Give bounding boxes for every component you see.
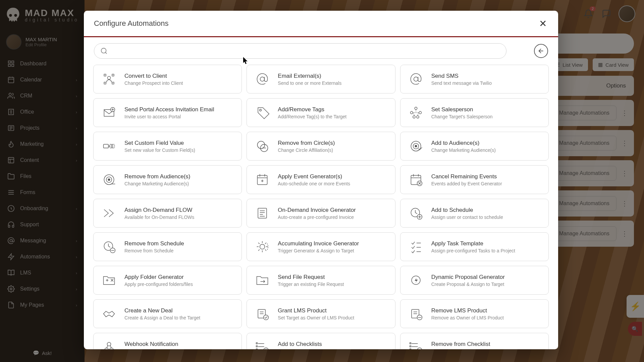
card-desc: Remove as Owner of LMS Product: [431, 315, 504, 320]
automation-card-lms-grant[interactable]: Grant LMS ProductSet Target as Owner of …: [247, 299, 395, 328]
automation-card-clock-plus[interactable]: Add to ScheduleAssign user or contact to…: [400, 199, 549, 228]
nodes-icon: [408, 105, 424, 121]
cal-x-icon: [408, 172, 424, 188]
card-desc: Change Marketing Audience(s): [431, 147, 496, 153]
at-icon: [408, 71, 424, 87]
card-title: Add to Checklists: [278, 341, 332, 348]
search-input[interactable]: [94, 43, 506, 59]
card-title: Apply Folder Generator: [124, 274, 193, 281]
card-title: Cancel Remaining Events: [431, 173, 502, 180]
automation-card-lms-remove[interactable]: Remove LMS ProductRemove as Owner of LMS…: [400, 299, 549, 328]
automation-card-folder-gen[interactable]: Apply Folder GeneratorApply pre-configur…: [93, 266, 242, 295]
automation-card-target-minus[interactable]: Remove from Audience(s)Change Marketing …: [93, 165, 242, 194]
svg-rect-28: [110, 144, 115, 148]
automation-card-nodes[interactable]: Set SalespersonChange Target's Salespers…: [400, 98, 549, 127]
svg-rect-14: [112, 74, 114, 76]
automation-card-flow[interactable]: Assign On-Demand FLOWAvailable for On-De…: [93, 199, 242, 228]
automation-card-circle-minus[interactable]: Remove from Circle(s)Change Circle Affil…: [247, 132, 395, 161]
card-title: Remove from Audience(s): [124, 173, 191, 180]
webhook-icon: [101, 339, 117, 349]
automation-card-cal-x[interactable]: Cancel Remaining EventsEvents added by E…: [400, 165, 549, 194]
search-icon: [100, 47, 108, 55]
svg-rect-16: [112, 82, 114, 84]
card-title: Add to Audience(s): [431, 140, 496, 146]
modal-body: Convert to ClientChange Prospect into Cl…: [84, 65, 558, 349]
card-desc: Trigger an existing File Request: [278, 282, 344, 287]
automation-card-check-add[interactable]: Add to ChecklistsAssign Target to Checkl…: [247, 333, 395, 349]
card-title: Convert to Client: [124, 73, 183, 79]
card-title: Dynamic Proposal Generator: [431, 274, 505, 281]
card-title: Webhook Notification: [124, 341, 192, 348]
svg-rect-55: [256, 346, 258, 347]
automation-card-check-remove[interactable]: Remove from ChecklistRemove Target from …: [400, 333, 549, 349]
svg-point-17: [107, 76, 110, 79]
card-title: Send Portal Access Invitation Email: [124, 106, 214, 113]
card-title: Add/Remove Tags: [278, 106, 346, 113]
card-desc: Trigger Generator & Assign to Target: [278, 248, 359, 253]
automation-card-handshake[interactable]: Create a New DealCreate & Assign a Deal …: [93, 299, 242, 328]
automation-card-folder-send[interactable]: Send File RequestTrigger an existing Fil…: [247, 266, 395, 295]
automation-card-tag[interactable]: Add/Remove TagsAdd/Remove Tag(s) to the …: [247, 98, 395, 127]
clock-plus-icon: [408, 205, 424, 221]
check-remove-icon: [408, 339, 424, 349]
folder-gen-icon: [101, 272, 117, 288]
svg-point-21: [260, 109, 262, 111]
folder-send-icon: [254, 272, 270, 288]
automation-card-at[interactable]: Send SMSSend text message via Twilio: [400, 65, 549, 94]
automation-card-convert[interactable]: Convert to ClientChange Prospect into Cl…: [93, 65, 242, 94]
card-desc: Send text message via Twilio: [431, 80, 492, 86]
cal-plus-icon: [254, 172, 270, 188]
convert-icon: [101, 71, 117, 87]
svg-point-45: [260, 244, 265, 249]
automation-card-gear-loop[interactable]: Accumulating Invoice GeneratorTrigger Ge…: [247, 232, 395, 261]
target-check-icon: [408, 138, 424, 154]
card-desc: Apply pre-configured folders/files: [124, 282, 193, 287]
card-desc: Assign user or contact to schedule: [431, 215, 503, 220]
check-add-icon: [254, 339, 270, 349]
card-desc: Remove from Schedule: [124, 248, 184, 253]
svg-point-19: [414, 77, 418, 81]
card-title: On-Demand Invoice Generator: [278, 207, 356, 214]
svg-rect-40: [258, 208, 267, 218]
card-desc: Remove Target from Checklist: [431, 349, 494, 350]
automation-card-gear-bolt[interactable]: Dynamic Proposal GeneratorCreate Proposa…: [400, 266, 549, 295]
card-title: Send File Request: [278, 274, 344, 281]
card-title: Send SMS: [431, 73, 492, 79]
card-desc: Assign pre-configured Tasks to a Project: [431, 248, 515, 253]
svg-rect-58: [410, 343, 411, 344]
card-title: Accumulating Invoice Generator: [278, 240, 359, 247]
automation-card-mail-plus[interactable]: Send Portal Access Invitation EmailInvit…: [93, 98, 242, 127]
card-desc: Events added by Event Generator: [431, 181, 502, 186]
automation-card-webhook[interactable]: Webhook NotificationFire a webhook to yo…: [93, 333, 242, 349]
card-desc: Send to one or more Externals: [278, 80, 341, 86]
svg-point-18: [260, 77, 265, 81]
automation-card-invoice[interactable]: On-Demand Invoice GeneratorAuto-create a…: [247, 199, 395, 228]
automation-card-at[interactable]: Email External(s)Send to one or more Ext…: [247, 65, 395, 94]
card-desc: Add/Remove Tag(s) to the Target: [278, 114, 346, 119]
card-title: Remove from Circle(s): [278, 140, 335, 146]
automation-card-clock-minus[interactable]: Remove from ScheduleRemove from Schedule: [93, 232, 242, 261]
svg-rect-56: [256, 349, 258, 349]
svg-point-33: [415, 145, 417, 147]
automation-card-field[interactable]: Set Custom Field ValueSet new value for …: [93, 132, 242, 161]
tag-icon: [254, 105, 270, 121]
svg-rect-54: [256, 343, 258, 344]
card-desc: Change Marketing Audience(s): [124, 181, 191, 186]
modal-tools: [84, 37, 558, 65]
svg-point-36: [108, 179, 110, 181]
card-desc: Set new value for Custom Field(s): [124, 147, 195, 153]
modal-head: Configure Automations ✕: [84, 11, 558, 37]
lms-remove-icon: [408, 306, 424, 322]
automation-card-checklist[interactable]: Apply Task TemplateAssign pre-configured…: [400, 232, 549, 261]
clock-minus-icon: [101, 239, 117, 255]
modal: Configure Automations ✕ Convert to Clien…: [84, 11, 558, 349]
card-desc: Set Target as Owner of LMS Product: [278, 315, 354, 320]
gear-loop-icon: [254, 239, 270, 255]
card-desc: Available for On-Demand FLOWs: [124, 215, 194, 220]
card-desc: Create & Assign a Deal to the Target: [124, 315, 200, 320]
mail-plus-icon: [101, 105, 117, 121]
back-button[interactable]: [534, 44, 548, 58]
automation-card-target-check[interactable]: Add to Audience(s)Change Marketing Audie…: [400, 132, 549, 161]
close-icon[interactable]: ✕: [537, 18, 548, 29]
automation-card-cal-plus[interactable]: Apply Event Generator(s)Auto-schedule on…: [247, 165, 395, 194]
